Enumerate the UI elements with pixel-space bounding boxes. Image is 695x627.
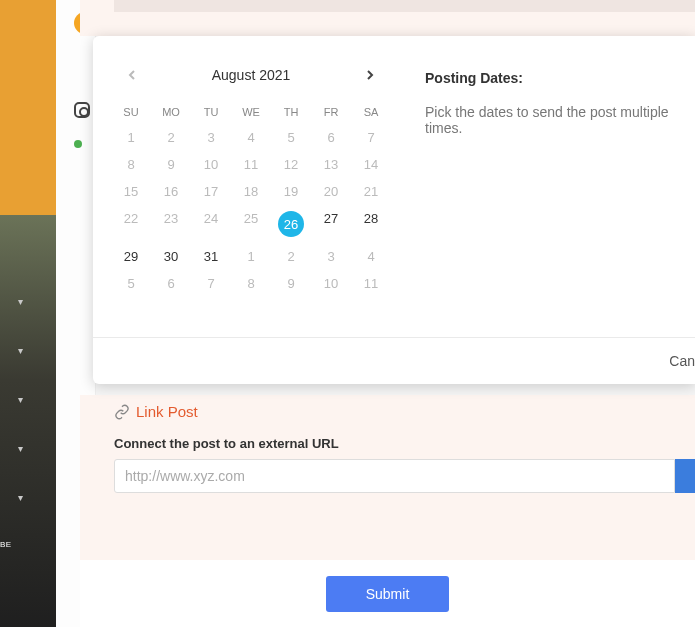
calendar-next-button[interactable]: [359, 64, 381, 86]
calendar-dow: TH: [271, 100, 311, 124]
calendar-day[interactable]: 12: [271, 151, 311, 178]
posting-dates-title: Posting Dates:: [425, 70, 695, 86]
calendar-day[interactable]: 6: [311, 124, 351, 151]
posting-dates-description: Pick the dates to send the post multiple…: [425, 104, 695, 136]
footer: Submit: [80, 560, 695, 627]
calendar-day[interactable]: 1: [111, 124, 151, 151]
calendar-day[interactable]: 3: [191, 124, 231, 151]
sidebar-caret-icon[interactable]: ▾: [18, 492, 23, 503]
calendar-dow: SU: [111, 100, 151, 124]
calendar-day[interactable]: 7: [351, 124, 391, 151]
calendar-day[interactable]: 8: [231, 270, 271, 297]
calendar-day[interactable]: 14: [351, 151, 391, 178]
calendar-day[interactable]: 4: [231, 124, 271, 151]
calendar-day[interactable]: 5: [111, 270, 151, 297]
calendar-day[interactable]: 30: [151, 243, 191, 270]
sidebar-background: ▾ ▾ ▾ ▾ ▾ BE: [0, 0, 56, 627]
calendar-day[interactable]: 18: [231, 178, 271, 205]
calendar-day[interactable]: 8: [111, 151, 151, 178]
status-dot-icon: [74, 140, 82, 148]
sidebar-caret-icon[interactable]: ▾: [18, 296, 23, 307]
link-post-section: Link Post Connect the post to an externa…: [80, 395, 695, 575]
calendar-grid: SUMOTUWETHFRSA12345678910111213141516171…: [111, 100, 391, 297]
date-picker-modal: August 2021 SUMOTUWETHFRSA12345678910111…: [93, 36, 695, 384]
top-background: [80, 0, 695, 36]
sidebar-caret-icon[interactable]: ▾: [18, 345, 23, 356]
connect-url-label: Connect the post to an external URL: [114, 436, 695, 451]
calendar-day[interactable]: 1: [231, 243, 271, 270]
calendar-day[interactable]: 24: [191, 205, 231, 243]
link-post-header: Link Post: [114, 403, 695, 420]
modal-footer: Can: [93, 337, 695, 384]
link-icon: [114, 404, 130, 420]
url-input-row: [114, 459, 695, 493]
calendar-day[interactable]: 22: [111, 205, 151, 243]
url-submit-button[interactable]: [675, 459, 695, 493]
sidebar-orange: [0, 0, 56, 215]
calendar-day[interactable]: 11: [231, 151, 271, 178]
calendar-day[interactable]: 16: [151, 178, 191, 205]
calendar-day[interactable]: 11: [351, 270, 391, 297]
sidebar-label: BE: [0, 540, 12, 549]
posting-dates-info: Posting Dates: Pick the dates to send th…: [391, 64, 695, 319]
instagram-icon[interactable]: [74, 102, 90, 118]
calendar-day[interactable]: 23: [151, 205, 191, 243]
calendar-day[interactable]: 10: [311, 270, 351, 297]
calendar-dow: MO: [151, 100, 191, 124]
calendar-day[interactable]: 5: [271, 124, 311, 151]
calendar-day[interactable]: 17: [191, 178, 231, 205]
calendar-dow: SA: [351, 100, 391, 124]
calendar-day[interactable]: 7: [191, 270, 231, 297]
calendar-day[interactable]: 28: [351, 205, 391, 243]
calendar-dow: WE: [231, 100, 271, 124]
calendar-day[interactable]: 2: [271, 243, 311, 270]
calendar-day[interactable]: 21: [351, 178, 391, 205]
sidebar-image: [0, 215, 56, 627]
link-post-title: Link Post: [136, 403, 198, 420]
url-input[interactable]: [114, 459, 675, 493]
calendar-day[interactable]: 9: [271, 270, 311, 297]
calendar-day[interactable]: 31: [191, 243, 231, 270]
top-inner-strip: [114, 0, 695, 12]
calendar-day[interactable]: 20: [311, 178, 351, 205]
calendar-day[interactable]: 4: [351, 243, 391, 270]
calendar-day[interactable]: 15: [111, 178, 151, 205]
calendar-day[interactable]: 2: [151, 124, 191, 151]
calendar-dow: FR: [311, 100, 351, 124]
calendar-day[interactable]: 26: [271, 205, 311, 243]
calendar-day[interactable]: 29: [111, 243, 151, 270]
calendar-day[interactable]: 6: [151, 270, 191, 297]
calendar-day[interactable]: 19: [271, 178, 311, 205]
calendar-day[interactable]: 27: [311, 205, 351, 243]
calendar-day[interactable]: 13: [311, 151, 351, 178]
calendar-day[interactable]: 9: [151, 151, 191, 178]
calendar-day[interactable]: 10: [191, 151, 231, 178]
sidebar-caret-icon[interactable]: ▾: [18, 394, 23, 405]
calendar-prev-button[interactable]: [121, 64, 143, 86]
cancel-button[interactable]: Can: [669, 353, 695, 369]
calendar-day[interactable]: 3: [311, 243, 351, 270]
sidebar-caret-icon[interactable]: ▾: [18, 443, 23, 454]
calendar-day[interactable]: 25: [231, 205, 271, 243]
calendar-month-title: August 2021: [212, 67, 291, 83]
submit-button[interactable]: Submit: [326, 576, 450, 612]
calendar: August 2021 SUMOTUWETHFRSA12345678910111…: [111, 64, 391, 319]
calendar-dow: TU: [191, 100, 231, 124]
